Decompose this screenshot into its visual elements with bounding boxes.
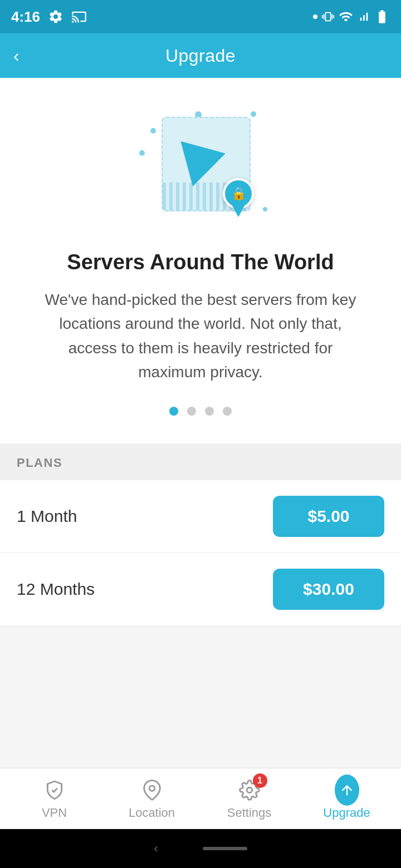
battery-icon (374, 9, 390, 24)
page-dot-2[interactable] (187, 407, 196, 416)
hero-description: We've hand-picked the best servers from … (33, 288, 368, 384)
location-nav-label: Location (129, 806, 175, 820)
signal-bars-icon (358, 11, 370, 23)
nav-bar: ‹ Upgrade (0, 33, 401, 78)
signal-dot (313, 14, 317, 19)
hero-illustration: 🔒 (128, 106, 273, 228)
hero-section: 🔒 Servers Around The World We've hand-pi… (0, 78, 401, 443)
hero-title: Servers Around The World (67, 250, 334, 274)
status-bar: 4:16 (0, 0, 401, 33)
plan-price-button-1month[interactable]: $5.00 (273, 496, 384, 537)
status-right (313, 9, 390, 24)
pin-circle: 🔒 (223, 178, 254, 209)
page-dot-1[interactable] (169, 407, 178, 416)
deco-dot-5 (263, 207, 267, 211)
android-back-button[interactable]: ‹ (154, 841, 158, 856)
sidebar-item-vpn[interactable]: VPN (21, 778, 88, 820)
sidebar-item-settings[interactable]: 1 Settings (216, 778, 283, 820)
svg-point-0 (149, 786, 155, 791)
vibrate-icon (322, 11, 334, 23)
plans-header: PLANS (0, 443, 401, 480)
page-title: Upgrade (165, 46, 236, 66)
home-pill[interactable] (203, 847, 247, 850)
settings-nav-icon: 1 (237, 778, 262, 802)
vpn-icon (42, 778, 67, 802)
settings-badge: 1 (253, 773, 267, 788)
plan-price-button-12months[interactable]: $30.00 (273, 569, 384, 610)
status-time: 4:16 (11, 8, 40, 26)
wifi-icon (339, 9, 353, 24)
vpn-nav-label: VPN (42, 806, 67, 820)
deco-dot-2 (150, 128, 156, 134)
plan-label-12months: 12 Months (17, 580, 95, 599)
deco-dot-3 (139, 150, 145, 156)
plan-label-1month: 1 Month (17, 507, 77, 526)
plan-row-1month: 1 Month $5.00 (0, 480, 401, 553)
lock-icon: 🔒 (231, 186, 246, 201)
deco-dot-4 (251, 111, 256, 117)
page-dot-3[interactable] (205, 407, 214, 416)
upgrade-nav-icon (335, 778, 359, 802)
plan-row-12months: 12 Months $30.00 (0, 553, 401, 626)
location-pin: 🔒 (223, 178, 262, 223)
home-bar: ‹ (0, 829, 401, 868)
location-nav-icon (140, 778, 164, 802)
sidebar-item-upgrade[interactable]: Upgrade (314, 778, 380, 820)
plans-section: PLANS 1 Month $5.00 12 Months $30.00 (0, 443, 401, 768)
upgrade-circle (335, 775, 359, 806)
svg-point-1 (247, 787, 252, 793)
sidebar-item-location[interactable]: Location (119, 778, 185, 820)
upgrade-nav-label: Upgrade (323, 806, 370, 820)
status-left: 4:16 (11, 8, 87, 26)
settings-nav-label: Settings (227, 806, 272, 820)
pagination-dots (169, 407, 232, 421)
bottom-nav: VPN Location 1 Settings (0, 768, 401, 829)
screencast-icon (71, 9, 87, 24)
page-dot-4[interactable] (223, 407, 232, 416)
ticket-arrow (180, 131, 231, 186)
back-button[interactable]: ‹ (13, 47, 19, 65)
gear-icon (48, 9, 63, 24)
